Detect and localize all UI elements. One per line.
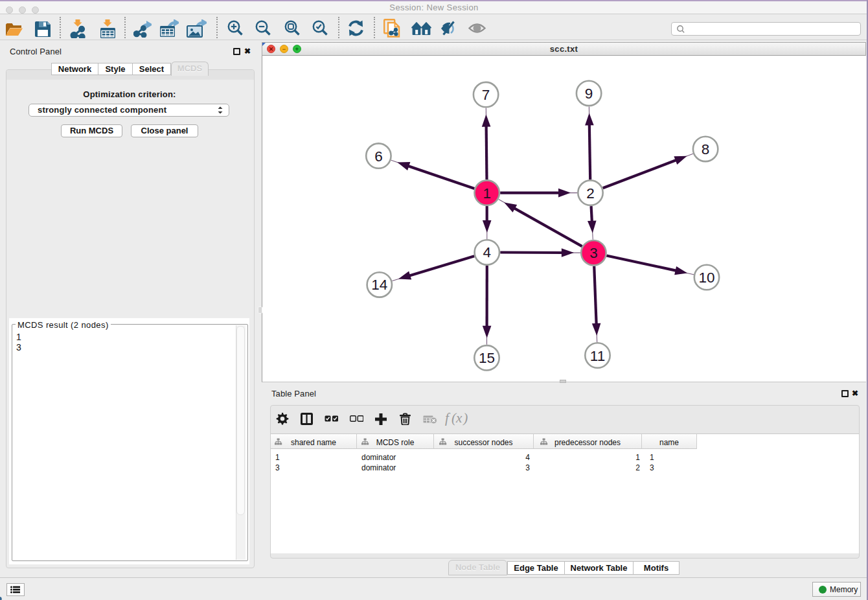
svg-text:6: 6 <box>374 148 383 165</box>
svg-text:8: 8 <box>702 141 710 157</box>
svg-text:3: 3 <box>589 245 598 261</box>
svg-text:11: 11 <box>590 348 605 364</box>
svg-text:2: 2 <box>586 185 595 202</box>
svg-text:9: 9 <box>585 86 593 102</box>
svg-text:4: 4 <box>483 244 492 260</box>
svg-text:1: 1 <box>483 185 491 202</box>
svg-text:7: 7 <box>482 87 490 103</box>
svg-text:14: 14 <box>371 277 387 293</box>
svg-text:15: 15 <box>479 350 495 366</box>
svg-text:10: 10 <box>698 270 714 286</box>
